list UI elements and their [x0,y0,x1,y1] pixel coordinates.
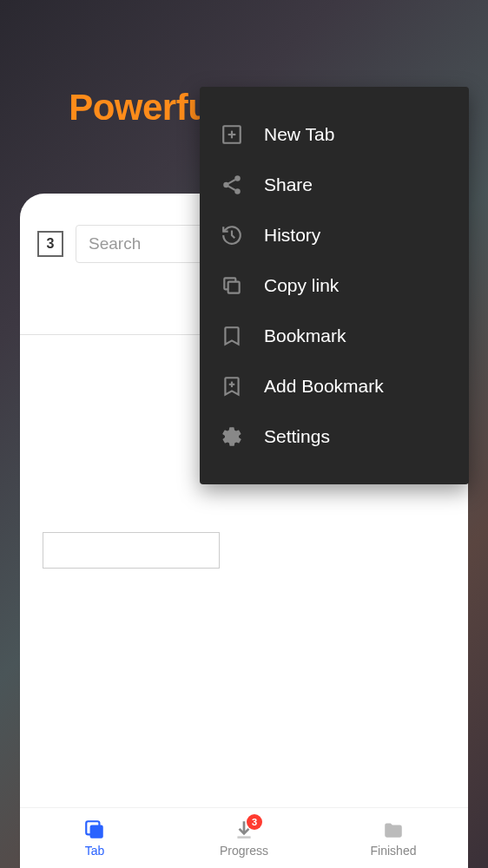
menu-label: Add Bookmark [264,376,384,397]
tab-count-value: 3 [47,236,55,252]
menu-label: Share [264,174,313,195]
content-input-box[interactable] [43,532,220,569]
menu-item-share[interactable]: Share [200,160,469,210]
menu-label: Bookmark [264,326,346,346]
menu-label: New Tab [264,124,334,145]
bookmark-icon [221,325,243,347]
svg-line-9 [228,187,235,190]
menu-item-new-tab[interactable]: New Tab [200,109,469,160]
menu-label: Copy link [264,275,339,296]
nav-item-progress[interactable]: 3 Progress [169,808,319,868]
menu-label: History [264,225,320,246]
svg-rect-1 [90,825,103,838]
add-bookmark-icon [221,375,243,398]
tab-count-button[interactable]: 3 [37,231,63,257]
progress-badge: 3 [247,814,262,830]
copy-icon [221,274,243,297]
share-icon [221,174,243,196]
dropdown-menu: New Tab Share History Copy link [200,87,469,484]
nav-label: Finished [371,844,417,858]
tab-icon [83,819,106,841]
nav-label: Tab [85,844,105,858]
menu-item-copy-link[interactable]: Copy link [200,260,469,311]
svg-line-8 [228,180,235,183]
new-tab-icon [221,123,243,146]
headline-word-1: Powerful [69,87,219,128]
menu-label: Settings [264,426,330,447]
nav-label: Progress [220,844,268,858]
folder-icon [382,819,405,841]
svg-rect-10 [228,282,240,293]
menu-item-add-bookmark[interactable]: Add Bookmark [200,361,469,411]
settings-icon [221,425,243,448]
nav-item-tab[interactable]: Tab [20,808,169,868]
svg-point-7 [234,188,241,194]
menu-item-history[interactable]: History [200,210,469,260]
svg-point-6 [223,182,229,188]
svg-point-5 [234,175,241,181]
bottom-nav: Tab 3 Progress Finished [20,807,468,868]
nav-item-finished[interactable]: Finished [319,808,468,868]
menu-item-bookmark[interactable]: Bookmark [200,311,469,361]
download-icon: 3 [233,819,255,841]
menu-item-settings[interactable]: Settings [200,411,469,462]
history-icon [221,224,243,247]
